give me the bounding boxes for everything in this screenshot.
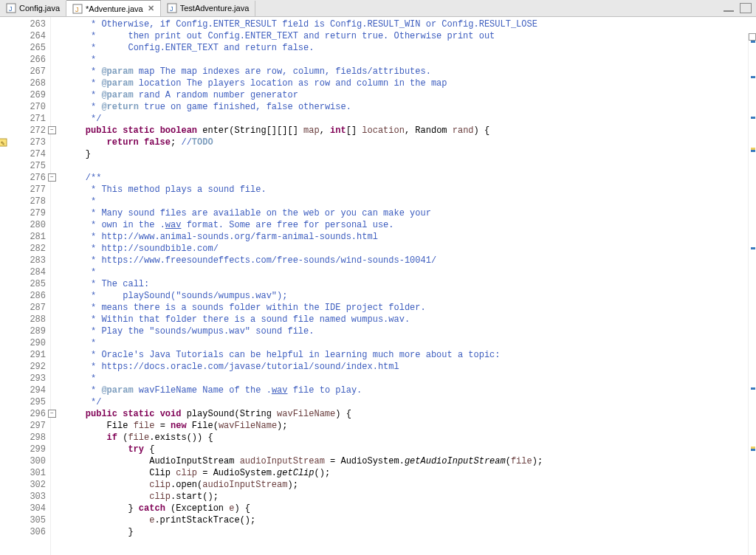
line-number[interactable]: 267 [10, 66, 46, 77]
code-line[interactable]: * means there is a sounds folder within … [64, 302, 756, 314]
overview-mark[interactable] [751, 387, 755, 390]
overview-mark[interactable] [751, 41, 755, 43]
line-number[interactable]: 280 [10, 219, 46, 231]
code-line[interactable]: * https://docs.oracle.com/javase/tutoria… [64, 361, 756, 373]
line-number[interactable]: 285 [10, 278, 46, 290]
line-number[interactable]: 306 [10, 526, 46, 538]
code-line[interactable]: if (file.exists()) { [64, 432, 756, 444]
code-line[interactable]: * [64, 266, 756, 278]
line-number[interactable]: 294 [10, 385, 46, 396]
code-line[interactable]: * own in the .wav format. Some are free … [64, 219, 756, 231]
code-line[interactable]: * http://soundbible.com/ [64, 243, 756, 255]
code-line[interactable]: * Many sound files are available on the … [64, 207, 756, 219]
maximize-icon[interactable] [740, 3, 752, 13]
line-number[interactable]: 269 [10, 89, 46, 101]
code-line[interactable]: * @param map The map indexes are row, co… [64, 66, 756, 77]
code-line[interactable]: * Config.ENTER_TEXT and return false. [64, 42, 756, 54]
line-number[interactable]: 291 [10, 349, 46, 361]
line-number[interactable]: 289 [10, 325, 46, 337]
fold-toggle-icon[interactable]: − [48, 410, 56, 418]
code-line[interactable]: * then print out Config.ENTER_TEXT and r… [64, 30, 756, 42]
overview-mark[interactable] [751, 150, 755, 152]
tab-testadventure[interactable]: J TestAdventure.java [161, 1, 256, 16]
line-number[interactable]: 290 [10, 337, 46, 349]
line-number[interactable]: 279 [10, 207, 46, 219]
line-number[interactable]: 283 [10, 255, 46, 266]
line-number[interactable]: 305 [10, 514, 46, 526]
line-number[interactable]: 281 [10, 231, 46, 243]
code-line[interactable]: } catch (Exception e) { [64, 503, 756, 514]
quickfix-icon[interactable]: ✎ [0, 138, 7, 147]
code-line[interactable]: public static void playSound(String wavF… [64, 408, 756, 420]
code-line[interactable]: * Play the "sounds/wumpus.wav" sound fil… [64, 325, 756, 337]
line-number[interactable]: 286 [10, 290, 46, 302]
code-line[interactable] [64, 160, 756, 172]
line-number[interactable]: 273✎ [10, 137, 46, 148]
fold-toggle-icon[interactable]: − [48, 126, 56, 134]
line-number[interactable]: 276− [10, 172, 46, 184]
line-number[interactable]: 301 [10, 467, 46, 479]
code-line[interactable]: } [64, 148, 756, 160]
line-number[interactable]: 295 [10, 396, 46, 408]
overview-ruler[interactable] [748, 33, 756, 555]
code-line[interactable]: /** [64, 172, 756, 184]
line-number[interactable]: 304 [10, 503, 46, 514]
minimize-icon[interactable] [724, 3, 734, 12]
line-number[interactable]: 297 [10, 420, 46, 432]
code-line[interactable]: * http://www.animal-sounds.org/farm-anim… [64, 231, 756, 243]
code-line[interactable]: * Oracle's Java Tutorials can be helpful… [64, 349, 756, 361]
code-line[interactable]: * [64, 196, 756, 207]
line-number[interactable]: 278 [10, 196, 46, 207]
code-line[interactable]: * Otherwise, if Config.ENTER_RESULT fiel… [64, 18, 756, 30]
code-line[interactable]: return false; //TODO [64, 137, 756, 148]
line-number[interactable]: 288 [10, 314, 46, 325]
code-line[interactable]: * @param rand A random number generator [64, 89, 756, 101]
line-number[interactable]: 293 [10, 373, 46, 385]
code-line[interactable]: */ [64, 396, 756, 408]
line-number[interactable]: 303 [10, 491, 46, 503]
code-line[interactable]: public static boolean enter(String[][][]… [64, 125, 756, 137]
close-icon[interactable]: ✕ [148, 4, 154, 13]
overview-mark[interactable] [751, 76, 755, 78]
tab-adventure[interactable]: J *Adventure.java ✕ [66, 0, 161, 16]
line-number[interactable]: 299 [10, 444, 46, 455]
line-number[interactable]: 298 [10, 432, 46, 444]
code-line[interactable]: * This method plays a sound file. [64, 184, 756, 196]
tab-config[interactable]: J Config.java [0, 1, 66, 16]
line-number[interactable]: 296− [10, 408, 46, 420]
line-number[interactable]: 277 [10, 184, 46, 196]
code-line[interactable]: } [64, 526, 756, 538]
line-number[interactable]: 271 [10, 113, 46, 125]
code-line[interactable]: * @return true on game finished, false o… [64, 101, 756, 113]
line-number[interactable]: 272− [10, 125, 46, 137]
line-number[interactable]: 274 [10, 148, 46, 160]
code-line[interactable]: clip.start(); [64, 491, 756, 503]
overview-mark[interactable] [751, 449, 755, 451]
line-number[interactable]: 284 [10, 266, 46, 278]
line-number[interactable]: 300 [10, 455, 46, 467]
line-number[interactable]: 270 [10, 101, 46, 113]
line-number[interactable]: 287 [10, 302, 46, 314]
overview-mark[interactable] [751, 117, 755, 119]
code-area[interactable]: * Otherwise, if Config.ENTER_RESULT fiel… [51, 17, 756, 555]
line-number[interactable]: 264 [10, 30, 46, 42]
code-line[interactable]: * [64, 373, 756, 385]
line-number[interactable]: 292 [10, 361, 46, 373]
line-number[interactable]: 302 [10, 479, 46, 491]
line-number[interactable]: 266 [10, 54, 46, 66]
code-line[interactable]: Clip clip = AudioSystem.getClip(); [64, 467, 756, 479]
line-number[interactable]: 282 [10, 243, 46, 255]
line-number-gutter[interactable]: 263264265266267268269270271272−273✎27427… [10, 17, 51, 555]
code-line[interactable]: */ [64, 113, 756, 125]
code-line[interactable]: * @param location The players location a… [64, 77, 756, 89]
line-number[interactable]: 275 [10, 160, 46, 172]
code-line[interactable]: * @param wavFileName Name of the .wav fi… [64, 385, 756, 396]
code-line[interactable]: * [64, 54, 756, 66]
code-line[interactable]: * The call: [64, 278, 756, 290]
code-line[interactable]: * [64, 337, 756, 349]
code-line[interactable]: try { [64, 444, 756, 455]
code-editor[interactable]: 263264265266267268269270271272−273✎27427… [0, 17, 756, 555]
line-number[interactable]: 265 [10, 42, 46, 54]
code-line[interactable]: clip.open(audioInputStream); [64, 479, 756, 491]
code-line[interactable]: e.printStackTrace(); [64, 514, 756, 526]
